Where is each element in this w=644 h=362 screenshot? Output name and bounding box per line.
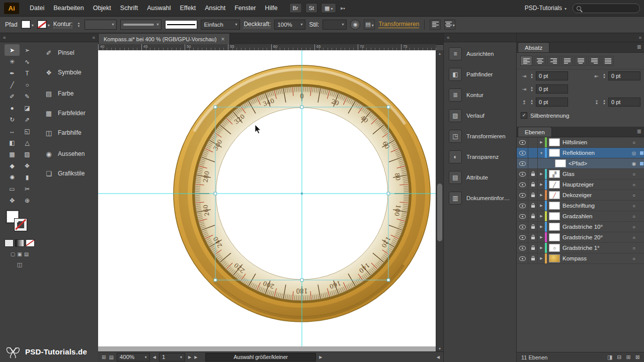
stroke-color-dropdown[interactable] (37, 20, 50, 29)
mesh-tool[interactable]: ▦ (5, 148, 20, 160)
menu-fenster[interactable]: Fenster (230, 0, 260, 16)
lock-icon[interactable] (528, 137, 538, 147)
column-graph-tool[interactable]: ▮ (20, 171, 35, 183)
justify-left-button[interactable] (561, 56, 573, 66)
panel-button-attribute[interactable]: ▤Attribute (444, 170, 517, 185)
layer-row-gradstriche-20-[interactable]: ▶Gradstriche 20°○ (517, 232, 644, 243)
visibility-eye-icon[interactable] (517, 190, 528, 200)
lasso-tool[interactable]: ∿ (20, 56, 35, 67)
lock-icon[interactable] (528, 253, 538, 263)
scrollbar-thumb[interactable] (437, 184, 442, 241)
width-profile-dropdown[interactable] (120, 20, 162, 30)
menu-effekt[interactable]: Effekt (175, 0, 200, 16)
target-circle-icon[interactable]: ○ (629, 214, 638, 219)
target-circle-icon[interactable]: ◉ (629, 161, 638, 166)
toolbar-collapse-toggle[interactable] (0, 33, 39, 42)
layer-name[interactable]: Gradstriche 10° (562, 224, 629, 230)
gradient-mode-button[interactable] (15, 239, 24, 247)
target-circle-icon[interactable]: ○ (629, 203, 638, 209)
visibility-eye-icon[interactable] (517, 201, 528, 211)
panel-button-ausrichten[interactable]: ≡Ausrichten (444, 47, 517, 61)
visibility-eye-icon[interactable] (517, 179, 528, 190)
line-segment-tool[interactable]: ╱ (5, 79, 20, 90)
panel-button-farbe[interactable]: ▤Farbe (39, 87, 98, 100)
close-tab-icon[interactable] (221, 36, 224, 43)
align-right-button[interactable] (547, 56, 559, 66)
layer-name[interactable]: Reflektionen (562, 150, 629, 156)
expand-arrow-icon[interactable]: ▶ (538, 140, 545, 144)
expand-arrow-icon[interactable]: ▶ (538, 204, 545, 208)
first-artboard-arrow[interactable]: ◀ (153, 355, 156, 359)
document-setup-button[interactable]: ▤ (364, 20, 375, 30)
expand-arrow-icon[interactable]: ▶ (538, 246, 545, 250)
stroke-style-dropdown[interactable]: Einfach (201, 20, 240, 30)
layer-row-kompass[interactable]: ▶Kompass○ (517, 253, 644, 264)
lock-icon[interactable] (528, 158, 538, 168)
menu-auswahl[interactable]: Auswahl (142, 0, 175, 16)
justify-center-button[interactable] (575, 56, 587, 66)
first-line-indent-field[interactable]: 0 pt (536, 84, 568, 94)
draw-normal-button[interactable]: ▢ (11, 251, 15, 257)
color-mode-button[interactable] (5, 239, 14, 247)
distribute-objects-button[interactable] (444, 20, 455, 30)
target-circle-icon[interactable]: ○ (629, 256, 638, 261)
artboard-nav-icon[interactable]: ⊞ (102, 354, 106, 360)
selection-handle[interactable] (214, 279, 217, 282)
selection-handle[interactable] (387, 279, 390, 282)
target-circle-icon[interactable]: ◎ (629, 150, 638, 156)
visibility-eye-icon[interactable] (517, 222, 528, 232)
pencil-tool[interactable]: ✎ (20, 90, 35, 102)
layer-name[interactable]: Hilfslinien (562, 139, 629, 145)
free-transform-tool[interactable]: ◱ (20, 125, 35, 137)
left-indent-field[interactable]: 0 pt (536, 71, 568, 80)
left-dock-collapse-toggle[interactable] (39, 33, 98, 42)
panel-button-symbole[interactable]: ❖Symbole (39, 66, 98, 79)
selection-tool[interactable]: ➤ (5, 44, 20, 56)
first-line-indent-stepper[interactable] (529, 84, 534, 94)
new-sublayer-icon[interactable]: ⊟ (617, 354, 621, 360)
visibility-eye-icon[interactable] (517, 158, 528, 168)
layer-name[interactable]: <Pfad> (569, 160, 629, 166)
visibility-eye-icon[interactable] (517, 148, 528, 158)
shape-builder-tool[interactable]: ◧ (5, 137, 20, 148)
last-artboard-arrow[interactable]: ▶ (194, 355, 197, 359)
visibility-eye-icon[interactable] (517, 211, 528, 221)
transform-link[interactable]: Transformieren (378, 21, 419, 28)
artboard-tool[interactable]: ▭ (5, 183, 20, 195)
menu-schrift[interactable]: Schrift (116, 0, 142, 16)
panel-menu-icon[interactable] (637, 128, 641, 135)
symbol-sprayer-tool[interactable]: ✺ (5, 171, 20, 183)
visibility-eye-icon[interactable] (517, 253, 528, 263)
space-after-field[interactable]: 0 pt (608, 98, 640, 107)
make-clipping-mask-icon[interactable]: ◨ (607, 354, 612, 360)
justify-all-button[interactable] (602, 56, 614, 66)
stroke-panel-link[interactable]: Kontur: (53, 21, 73, 28)
artboard[interactable]: 0204060801001201401601802002202402602803… (98, 50, 436, 352)
right-dock2-collapse-toggle[interactable] (517, 33, 644, 42)
panel-button-aussehen[interactable]: ◉Aussehen (39, 147, 98, 160)
page-icon[interactable]: ▤ (109, 354, 113, 360)
expand-arrow-icon[interactable]: ▶ (538, 183, 545, 187)
align-objects-button[interactable] (430, 20, 441, 30)
right-indent-field[interactable]: 0 pt (608, 71, 640, 80)
stroke-weight-stepper[interactable] (76, 20, 81, 29)
layer-row-hauptzeiger[interactable]: ▶╱Hauptzeiger○ (517, 179, 644, 190)
pen-tool[interactable]: ✒ (5, 67, 20, 79)
status-menu-arrow[interactable]: ▶ (319, 355, 322, 359)
panel-button-transformieren[interactable]: ◳Transformieren (444, 129, 517, 143)
panel-button-farbhilfe[interactable]: ◫Farbhilfe (39, 126, 98, 139)
zoom-tool[interactable]: ⊕ (20, 195, 35, 206)
expand-arrow-icon[interactable]: ▶ (538, 235, 545, 239)
target-circle-icon[interactable]: ○ (629, 235, 638, 240)
draw-behind-button[interactable]: ▣ (17, 251, 22, 257)
expand-arrow-icon[interactable]: ▶ (538, 214, 545, 218)
space-before-stepper[interactable] (529, 98, 534, 107)
slice-tool[interactable]: ✂ (20, 183, 35, 195)
zoom-level-dropdown[interactable]: 400% (117, 353, 150, 361)
hyphenation-checkbox[interactable] (521, 112, 527, 119)
layer-row-beschriftung[interactable]: ▶Beschriftung○ (517, 201, 644, 211)
space-before-field[interactable]: 0 pt (536, 98, 568, 107)
delete-layer-icon[interactable]: ⊠ (635, 354, 640, 360)
panel-button-pinsel[interactable]: ✐Pinsel (39, 46, 98, 59)
target-circle-icon[interactable]: ○ (629, 224, 638, 230)
